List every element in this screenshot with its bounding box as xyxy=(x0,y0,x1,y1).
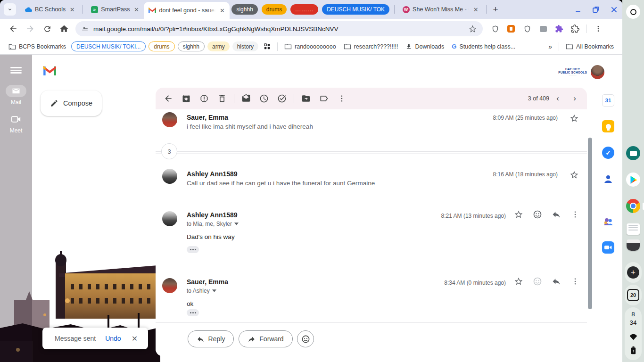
mark-unread-button[interactable] xyxy=(237,90,255,107)
star-icon[interactable] xyxy=(511,273,527,289)
side-panel-collapse-chevron[interactable]: › xyxy=(603,343,607,354)
close-toast-icon[interactable]: ✕ xyxy=(132,334,138,343)
reply-button[interactable]: Reply xyxy=(188,330,234,347)
forward-button[interactable]: Forward xyxy=(239,330,293,347)
star-icon[interactable] xyxy=(566,167,582,183)
report-spam-button[interactable] xyxy=(195,90,213,107)
more-options-kebab-icon[interactable] xyxy=(567,206,583,222)
tab-gmail-active[interactable]: dont feel good - sauere ✕ xyxy=(144,2,230,19)
tab-close-icon[interactable]: ✕ xyxy=(132,6,140,13)
clock-minute[interactable]: 34 xyxy=(622,319,644,327)
sidebar-item-sent[interactable]: Sent xyxy=(36,171,151,186)
zoom-addon-icon[interactable] xyxy=(600,239,617,256)
reply-icon[interactable] xyxy=(548,273,564,289)
keep-panel-icon[interactable] xyxy=(600,118,617,135)
archive-button[interactable] xyxy=(177,90,195,107)
add-to-tasks-button[interactable] xyxy=(273,90,291,107)
add-reaction-button[interactable] xyxy=(297,330,314,347)
back-button[interactable] xyxy=(6,21,21,36)
compose-button[interactable]: Compose xyxy=(41,90,102,116)
bookmarks-overflow-chevron[interactable]: » xyxy=(545,41,556,53)
tab-group-drums[interactable]: drums xyxy=(262,4,287,15)
bookmark-downloads[interactable]: Downloads xyxy=(402,41,448,53)
shelf-add-button[interactable]: + xyxy=(627,266,639,279)
shelf-news-app-icon[interactable] xyxy=(626,146,640,160)
shelf-screen-capture-thumbnail[interactable] xyxy=(627,223,640,251)
google-apps-grid-icon[interactable] xyxy=(525,66,538,80)
bookmark-group-deusch-musik[interactable]: DEUSCH MUSIK/ TOKI... xyxy=(71,41,146,51)
bookmark-group-sighhh[interactable]: sighhh xyxy=(178,41,205,51)
settings-gear-icon[interactable] xyxy=(504,66,518,80)
minimize-button[interactable] xyxy=(574,6,582,13)
sidebar-item-more[interactable]: More xyxy=(36,201,151,216)
sidebar-item-drafts[interactable]: Drafts 18 xyxy=(36,186,151,201)
battery-charging-icon[interactable] xyxy=(626,343,640,357)
tab-group-sighhh[interactable]: sighhh xyxy=(231,4,257,15)
tab-smartpass[interactable]: » SmartPass ✕ xyxy=(86,1,144,17)
create-label-plus-icon[interactable]: + xyxy=(140,227,146,238)
main-menu-hamburger-icon[interactable] xyxy=(10,67,22,73)
labels-button[interactable] xyxy=(315,90,333,107)
bookmark-root-folder[interactable]: BCPS Bookmarks xyxy=(5,41,70,53)
shelf-calendar-icon[interactable]: 20 xyxy=(627,289,639,301)
sidebar-item-snoozed[interactable]: Snoozed xyxy=(36,156,151,171)
bookmark-students-help[interactable]: G Students help class... xyxy=(448,41,519,53)
search-options-tune-icon[interactable] xyxy=(447,65,457,74)
bookmark-folder-research[interactable]: research????!!!!! xyxy=(340,41,402,53)
addon-people-icon[interactable] xyxy=(600,213,617,230)
site-info-icon[interactable] xyxy=(81,25,89,33)
home-button[interactable] xyxy=(57,21,72,36)
show-trimmed-content-button[interactable] xyxy=(187,246,199,253)
bookmark-folder-rando[interactable]: randooooooooo xyxy=(281,41,340,53)
bookmark-star-icon[interactable] xyxy=(468,25,477,33)
emoji-reaction-icon[interactable] xyxy=(529,273,545,289)
shield-extension-icon[interactable] xyxy=(490,24,500,33)
browser-menu-kebab-icon[interactable] xyxy=(594,24,603,33)
tab-group-deusch-musik[interactable]: DEUSCH MUSIK/ TOK xyxy=(322,4,389,15)
help-icon[interactable] xyxy=(484,66,497,80)
rail-item-mail[interactable]: Mail xyxy=(0,85,32,106)
tab-group-dots[interactable]: ......... xyxy=(290,4,318,15)
more-options-kebab-icon[interactable] xyxy=(333,90,351,107)
newer-conversation-chevron[interactable]: ‹ xyxy=(549,90,566,107)
star-icon[interactable] xyxy=(511,206,527,222)
tab-she-wont-miss-me[interactable]: W She Won't Miss Me - C ✕ xyxy=(397,1,483,17)
older-conversation-chevron[interactable]: › xyxy=(566,90,583,107)
bookmark-group-army[interactable]: army xyxy=(207,41,230,51)
scrollbar-thumb[interactable] xyxy=(588,138,592,309)
move-to-button[interactable] xyxy=(297,90,315,107)
purple-extension-icon[interactable] xyxy=(554,24,564,33)
tab-close-icon[interactable]: ✕ xyxy=(68,6,76,13)
tab-bc-schools[interactable]: BC Schools ✕ xyxy=(20,1,80,17)
get-addons-plus-button[interactable]: + xyxy=(600,263,617,280)
wifi-icon[interactable] xyxy=(626,330,640,344)
sidebar-item-starred[interactable]: Starred xyxy=(36,140,151,156)
recipients-dropdown[interactable]: to Ashley xyxy=(187,288,216,294)
tab-close-icon[interactable]: ✕ xyxy=(472,6,479,13)
account-profile-pill[interactable]: BAY CITY PUBLIC SCHOOLS –––––––– xyxy=(553,62,607,82)
star-icon[interactable] xyxy=(566,110,582,126)
delete-button[interactable] xyxy=(213,90,231,107)
tab-close-icon[interactable]: ✕ xyxy=(218,7,226,14)
bookmark-group-history[interactable]: history xyxy=(232,41,258,51)
snooze-button[interactable] xyxy=(255,90,273,107)
calendar-panel-icon[interactable]: 31 xyxy=(600,92,617,109)
extensions-puzzle-icon[interactable] xyxy=(570,24,580,33)
recipients-dropdown[interactable]: to Mia, me, Skyler xyxy=(187,221,239,227)
reload-button[interactable] xyxy=(40,21,55,36)
back-to-inbox-button[interactable] xyxy=(159,90,177,107)
more-options-kebab-icon[interactable] xyxy=(567,273,583,289)
expand-collapsed-messages-button[interactable]: 3 xyxy=(161,143,177,159)
tasks-panel-icon[interactable]: ✓ xyxy=(600,144,617,161)
restore-button[interactable] xyxy=(592,6,600,13)
search-input[interactable]: Search mail xyxy=(156,59,464,81)
shield-extension-icon-2[interactable] xyxy=(522,24,532,33)
shelf-play-store-icon[interactable] xyxy=(626,173,640,187)
avatar[interactable] xyxy=(591,65,604,79)
emoji-reaction-icon[interactable] xyxy=(529,206,545,222)
rail-item-meet[interactable]: Meet xyxy=(0,113,32,134)
tab-search-chevron-button[interactable] xyxy=(4,3,16,16)
close-window-button[interactable] xyxy=(610,6,618,13)
sidebar-item-inbox[interactable]: Inbox xyxy=(36,125,151,140)
clock-hour[interactable]: 8 xyxy=(622,310,644,319)
